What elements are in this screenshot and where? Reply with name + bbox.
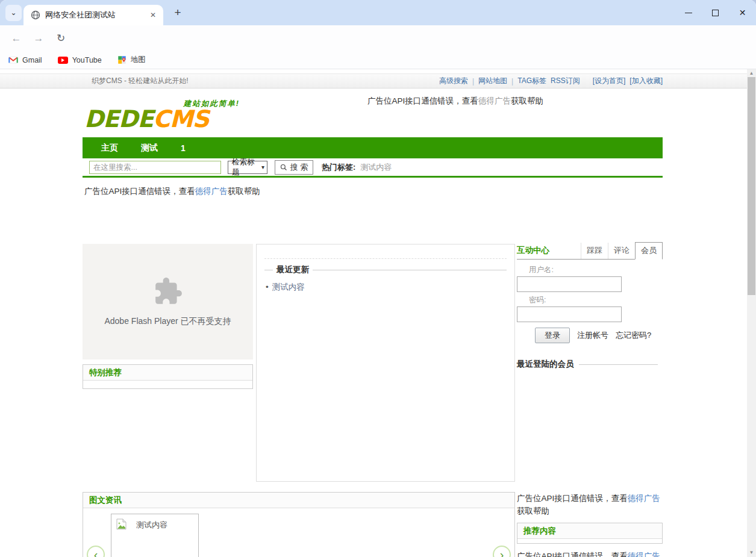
news-card[interactable]: 测试内容 [111,514,199,557]
separator: | [511,77,513,86]
scrollbar-thumb[interactable] [748,77,755,295]
tab-comments[interactable]: 评论 [608,243,635,259]
login-form: 用户名: 密码: 登录 注册帐号 忘记密码? [517,260,663,343]
search-type-select[interactable]: 检索标题 ▾ [228,161,267,174]
bookmark-gmail[interactable]: Gmail [8,56,42,64]
logo-text-cms: CMS [153,105,209,132]
carousel-left-icon[interactable]: ‹ [87,546,105,557]
nav-item-1[interactable]: 1 [169,143,197,153]
carousel-right-icon[interactable]: › [493,546,511,557]
tab-search-button[interactable]: ⌄ [5,5,22,21]
recommend-box: 推荐内容 [517,523,663,544]
ad-text: 广告位API接口通信错误，查看 [517,552,628,557]
tab-close-icon[interactable]: ✕ [148,10,158,20]
tab-members[interactable]: 会员 [635,242,663,260]
topbar-links: 高级搜索 | 网站地图 | TAG标签 RSS订阅 [设为首页] [加入收藏] [439,76,663,86]
flash-message: Adobe Flash Player 已不再受支持 [104,316,231,327]
list-item-label[interactable]: 测试内容 [272,282,305,291]
nav-item-home[interactable]: 主页 [90,143,130,154]
search-button[interactable]: 搜 索 [275,160,313,175]
select-value: 检索标题 [232,157,261,178]
section-title: 最近更新 [273,264,313,275]
link-sitemap[interactable]: 网站地图 [478,76,507,86]
ad-text: 广告位API接口通信错误，查看 [84,187,195,196]
password-field[interactable] [517,307,622,322]
section-title: 特别推荐 [89,367,122,378]
hot-tags-label: 热门标签: [322,162,355,173]
close-button[interactable]: ✕ [729,0,756,25]
site-header: DEDECMS 建站如此简单! 广告位API接口通信错误，查看德得广告获取帮助 [83,89,663,137]
section-title: 图文资讯 [89,495,122,506]
section-header: 推荐内容 [517,523,662,539]
bookmark-label: 地图 [131,55,146,65]
section-body: 测试内容 ‹ › [83,508,514,557]
back-icon[interactable]: ← [8,31,24,46]
ad-error-notice-right2: 广告位API接口通信错误，查看德得广告获取帮助 [517,550,663,557]
list-item[interactable]: •测试内容 [264,282,507,293]
section-body [83,381,252,388]
new-tab-button[interactable]: + [170,5,186,21]
ad-link[interactable]: 德得广告 [195,187,228,196]
login-actions: 登录 注册帐号 忘记密码? [517,328,663,343]
hot-tag-link[interactable]: 测试内容 [360,162,392,173]
maximize-button[interactable] [702,0,729,25]
browser-tab[interactable]: 网络安全社团测试站 ✕ [23,5,163,25]
link-tag[interactable]: TAG标签 [517,76,546,86]
ad-link[interactable]: 德得广告 [628,552,660,557]
logo-slogan: 建站如此简单! [184,99,240,109]
maps-icon [117,55,127,64]
ad-text: 广告位API接口通信错误，查看 [367,96,478,105]
chevron-down-icon: ▾ [261,164,264,170]
search-button-label: 搜 索 [290,162,308,173]
ad-text: 广告位API接口通信错误，查看 [517,494,628,503]
bookmark-youtube[interactable]: YouTube [58,56,102,64]
minimize-button[interactable] [675,0,702,25]
login-button[interactable]: 登录 [535,328,570,343]
browser-window: ⌄ 网络安全社团测试站 ✕ + ✕ ← → ↻ ⚠ 不安全 113.45.137 [0,0,756,557]
register-link[interactable]: 注册帐号 [577,330,608,341]
forward-icon[interactable]: → [31,31,46,46]
dashed-divider [264,258,507,259]
section-title: 互动中心 [517,245,549,259]
main-content: Adobe Flash Player 已不再受支持 特别推荐 [83,244,663,482]
link-add-favorite[interactable]: [加入收藏] [629,76,663,86]
main-nav: 主页 测试 1 [83,137,663,158]
nav-item-test[interactable]: 测试 [130,143,169,154]
recent-updates-header: 最近更新 [264,264,507,275]
section-body [517,539,662,543]
ad-text: 获取帮助 [517,506,549,515]
search-input[interactable] [89,161,221,174]
bookmark-label: YouTube [72,56,102,64]
recent-members-header: 最近登陆的会员 [517,359,663,370]
right-column: 互动中心 踩踩 评论 会员 用户名: 密码: 登录 注册帐号 忘记密码? [517,244,663,482]
tab-title: 网络安全社团测试站 [45,10,148,20]
link-advanced-search[interactable]: 高级搜索 [439,76,468,86]
youtube-icon [58,57,68,64]
pictext-news-box: 图文资讯 测试内容 ‹ › [83,492,515,557]
scrollbar[interactable]: ▲ ▼ [747,69,756,557]
link-rss[interactable]: RSS订阅 [551,76,580,86]
bookmark-maps[interactable]: 地图 [117,55,146,65]
ad-link[interactable]: 德得广告 [478,96,511,105]
ad-error-notice-mid: 广告位API接口通信错误，查看德得广告获取帮助 [83,186,663,197]
forgot-password-link[interactable]: 忘记密码? [616,330,651,341]
puzzle-piece-icon [153,276,183,307]
tab-caicai[interactable]: 踩踩 [581,243,608,259]
section-title: 推荐内容 [523,526,556,537]
special-recommend-box: 特别推荐 [83,364,253,389]
news-card-title[interactable]: 测试内容 [136,520,167,531]
window-controls: ✕ [675,0,756,25]
site-topbar: 织梦CMS - 轻松建站从此开始! 高级搜索 | 网站地图 | TAG标签 RS… [0,73,747,89]
username-field[interactable] [517,276,622,292]
recent-updates-box: 最近更新 •测试内容 [256,244,515,482]
section-title: 最近登陆的会员 [517,359,574,370]
link-set-home[interactable]: [设为首页] [593,76,626,86]
scroll-up-icon[interactable]: ▲ [747,69,756,78]
password-label: 密码: [517,295,663,305]
separator: | [472,77,474,86]
reload-icon[interactable]: ↻ [53,31,69,46]
scroll-down-icon[interactable]: ▼ [747,549,756,557]
bookmark-label: Gmail [22,56,42,64]
dedecms-logo[interactable]: DEDECMS 建站如此简单! [84,96,248,137]
ad-link[interactable]: 德得广告 [628,494,660,503]
